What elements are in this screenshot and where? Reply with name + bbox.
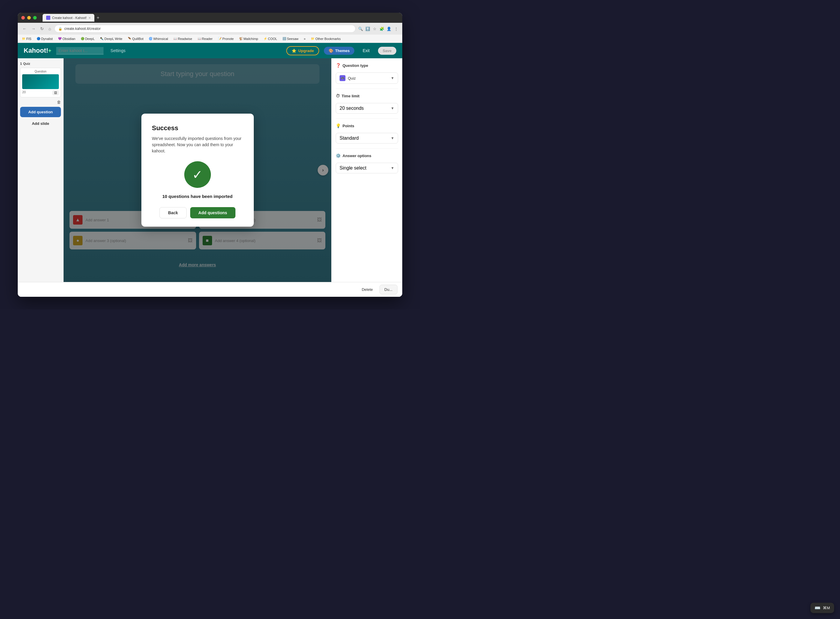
question-icons: 20 🖼 [22,90,59,95]
kahoot-title-input[interactable] [56,47,103,54]
modal-add-questions-button[interactable]: Add questions [190,207,236,218]
modal-title: Success [152,124,178,132]
bookmark-obsidian[interactable]: 💜 Obsidian [57,36,76,41]
save-button[interactable]: Save [378,47,396,55]
add-question-button[interactable]: Add question [20,107,61,117]
main-layout: 1 Quiz Question 20 🖼 🗑 Add question Add … [18,58,402,282]
lock-icon: 🔒 [58,27,63,31]
bookmark-reader[interactable]: 📖 Reader [196,36,214,41]
logo-plus: + [48,48,51,54]
cool-icon: ⚡ [264,37,267,40]
add-slide-button[interactable]: Add slide [20,120,61,127]
bookmark-pronote[interactable]: 📝 Pronote [217,36,235,41]
image-button[interactable]: 🖼 [52,90,59,95]
address-input[interactable]: 🔒 create.kahoot.it/creator [54,25,355,33]
tab-favicon [46,16,50,20]
left-sidebar: 1 Quiz Question 20 🖼 🗑 Add question Add … [18,58,64,282]
quiz-type-icon: 🎮 [340,75,345,81]
bookmark-other[interactable]: 📁 Other Bookmarks [310,36,342,41]
reader-icon: 📖 [198,37,201,40]
bookmark-mailchimp[interactable]: 🐒 Mailchimp [238,36,260,41]
whimsical-icon: 🌀 [149,37,152,40]
answer-options-icon: ⚙️ [336,153,341,158]
divider-2 [336,118,398,119]
answer-options-section: ⚙️ Answer options [336,153,398,158]
delete-button[interactable]: Delete [358,285,376,294]
mailchimp-icon: 🐒 [239,37,243,40]
duplicate-button[interactable]: Du... [379,285,397,295]
obsidian-icon: 💜 [58,37,61,40]
points-select[interactable]: Standard ▼ [336,133,398,144]
time-chevron-icon: ▼ [391,106,394,111]
search-icon[interactable]: 🔍 [358,26,363,31]
bookmark-seesaw[interactable]: 🔢 Seesaw [281,36,300,41]
extensions-icon[interactable]: 🧩 [379,26,385,31]
bookmark-deepl[interactable]: 🟢 DeepL [79,36,96,41]
bookmark-quillbot[interactable]: 🪶 QuillBot [127,36,145,41]
modal-overlay: Success We've successfully imported ques… [64,58,331,282]
time-limit-section: ⏱ Time limit [336,94,398,98]
modal-check-circle: ✓ [184,161,211,188]
modal-buttons: Back Add questions [152,207,243,218]
folder-icon: 📁 [22,37,25,40]
deepl-write-icon: ✒️ [100,37,103,40]
bookmark-whimsical[interactable]: 🌀 Whimsical [148,36,169,41]
address-bar: ← → ↻ ⌂ 🔒 create.kahoot.it/creator 🔍 ⬆️ … [18,23,402,34]
upgrade-button[interactable]: ⭐ Upgrade [286,46,319,55]
quiz-label: 1 Quiz [20,62,61,66]
time-limit-select[interactable]: 20 seconds ▼ [336,103,398,114]
modal-back-button[interactable]: Back [160,207,187,218]
app-content: Kahoot! + Settings ⭐ Upgrade 🎨 Themes Ex… [18,43,402,297]
checkmark-icon: ✓ [192,167,203,182]
home-button[interactable]: ⌂ [47,25,52,32]
points-chevron-icon: ▼ [391,136,394,140]
bookmark-cool[interactable]: ⚡ COOL [263,36,278,41]
new-tab-button[interactable]: + [97,15,99,20]
tab-label: Create kahoot - Kahoot! [52,16,87,19]
canvas-area: Start typing your question ▲ Add answer … [64,58,331,282]
refresh-button[interactable]: ↻ [39,25,45,32]
bookmark-icon[interactable]: ☆ [372,26,377,31]
question-card: Question 20 🖼 [20,68,61,97]
menu-icon[interactable]: ⋮ [393,26,399,31]
question-label: Question [22,70,59,73]
seesaw-icon: 🔢 [282,37,286,40]
question-type-icon: ❓ [336,63,341,68]
back-button[interactable]: ← [21,25,28,32]
forward-button[interactable]: → [30,25,37,32]
dynalist-icon: 🔵 [37,37,40,40]
other-bookmarks-icon: 📁 [311,37,315,40]
maximize-window-button[interactable] [33,16,37,19]
share-icon[interactable]: ⬆️ [365,26,370,31]
modal-imported-count: 10 questions have been imported [163,194,233,199]
active-tab[interactable]: Create kahoot - Kahoot! ✕ [43,14,94,22]
address-text: create.kahoot.it/creator [64,27,101,31]
bottom-bar: Delete Du... [18,282,402,297]
tab-close-icon[interactable]: ✕ [88,16,91,19]
bookmark-more[interactable]: » [303,36,307,41]
kahoot-logo: Kahoot! + [24,47,51,54]
star-icon: ⭐ [292,49,296,53]
tab-bar: Create kahoot - Kahoot! ✕ + [43,14,99,22]
bookmark-deepl-write[interactable]: ✒️ DeepL Write [99,36,124,41]
success-modal: Success We've successfully imported ques… [142,114,254,227]
question-type-select[interactable]: 🎮 Quiz ▼ [336,72,398,84]
quillbot-icon: 🪶 [128,37,131,40]
profile-icon[interactable]: 👤 [386,26,392,31]
palette-icon: 🎨 [328,49,333,53]
title-bar: Create kahoot - Kahoot! ✕ + [18,13,402,23]
bookmark-fis[interactable]: 📁 FIS [21,36,33,41]
close-window-button[interactable] [21,16,25,19]
question-type-section: ❓ Question type [336,63,398,68]
exit-button[interactable]: Exit [359,46,373,55]
bookmark-dynalist[interactable]: 🔵 Dynalist [36,36,54,41]
answer-options-chevron-icon: ▼ [391,166,394,170]
bookmark-readwise[interactable]: 📖 Readwise [172,36,193,41]
delete-question-icon-button[interactable]: 🗑 [57,100,61,105]
themes-button[interactable]: 🎨 Themes [324,47,354,55]
minimize-window-button[interactable] [27,16,31,19]
bookmarks-bar: 📁 FIS 🔵 Dynalist 💜 Obsidian 🟢 DeepL ✒️ D… [18,34,402,43]
settings-button[interactable]: Settings [110,48,126,53]
pronote-icon: 📝 [218,37,222,40]
answer-options-select[interactable]: Single select ▼ [336,163,398,173]
